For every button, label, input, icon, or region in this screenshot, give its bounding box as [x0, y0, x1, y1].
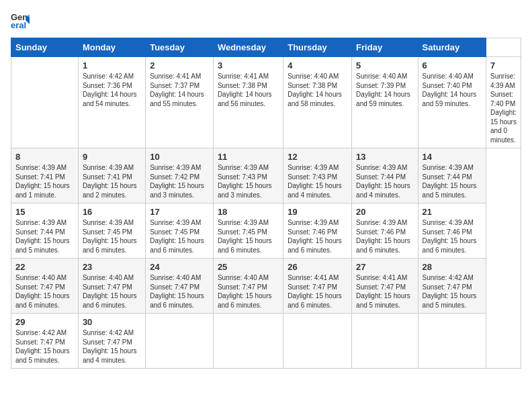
- calendar-week-row: 15Sunrise: 4:39 AM Sunset: 7:44 PM Dayli…: [11, 203, 521, 259]
- day-content: Sunrise: 4:39 AM Sunset: 7:43 PM Dayligh…: [218, 163, 279, 199]
- calendar-day-cell: 17Sunrise: 4:39 AM Sunset: 7:45 PM Dayli…: [146, 203, 214, 259]
- calendar-week-row: 22Sunrise: 4:40 AM Sunset: 7:47 PM Dayli…: [11, 259, 521, 314]
- calendar-day-cell: 18Sunrise: 4:39 AM Sunset: 7:45 PM Dayli…: [213, 203, 283, 259]
- calendar-header-tuesday: Tuesday: [146, 38, 214, 57]
- calendar-day-cell: 20Sunrise: 4:39 AM Sunset: 7:46 PM Dayli…: [352, 203, 418, 259]
- calendar-day-cell: 19Sunrise: 4:39 AM Sunset: 7:46 PM Dayli…: [283, 203, 352, 259]
- day-content: Sunrise: 4:42 AM Sunset: 7:47 PM Dayligh…: [423, 273, 482, 310]
- calendar-day-cell: 5Sunrise: 4:40 AM Sunset: 7:39 PM Daylig…: [352, 57, 418, 148]
- day-content: Sunrise: 4:42 AM Sunset: 7:36 PM Dayligh…: [83, 72, 141, 108]
- calendar-header-monday: Monday: [78, 38, 145, 57]
- empty-cell: [352, 314, 418, 369]
- day-content: Sunrise: 4:39 AM Sunset: 7:45 PM Dayligh…: [83, 218, 141, 255]
- day-content: Sunrise: 4:40 AM Sunset: 7:47 PM Dayligh…: [150, 273, 209, 310]
- calendar-day-cell: 11Sunrise: 4:39 AM Sunset: 7:43 PM Dayli…: [213, 148, 283, 203]
- day-number: 2: [150, 60, 209, 71]
- day-content: Sunrise: 4:39 AM Sunset: 7:42 PM Dayligh…: [150, 163, 209, 199]
- calendar-day-cell: 27Sunrise: 4:41 AM Sunset: 7:47 PM Dayli…: [352, 259, 418, 314]
- logo-icon: Gen eral: [11, 11, 30, 30]
- calendar-day-cell: 4Sunrise: 4:40 AM Sunset: 7:38 PM Daylig…: [283, 57, 352, 148]
- day-number: 23: [83, 262, 141, 272]
- day-content: Sunrise: 4:41 AM Sunset: 7:47 PM Dayligh…: [356, 273, 414, 310]
- day-number: 15: [15, 207, 74, 217]
- empty-cell: [283, 314, 352, 369]
- day-number: 8: [15, 152, 74, 162]
- calendar-day-cell: 15Sunrise: 4:39 AM Sunset: 7:44 PM Dayli…: [11, 203, 79, 259]
- empty-cell: [11, 57, 79, 148]
- calendar-day-cell: 30Sunrise: 4:42 AM Sunset: 7:47 PM Dayli…: [78, 314, 145, 369]
- day-content: Sunrise: 4:41 AM Sunset: 7:47 PM Dayligh…: [287, 273, 347, 310]
- calendar-table: SundayMondayTuesdayWednesdayThursdayFrid…: [11, 38, 521, 369]
- day-number: 27: [356, 262, 414, 272]
- day-content: Sunrise: 4:39 AM Sunset: 7:44 PM Dayligh…: [15, 218, 74, 255]
- day-number: 3: [218, 60, 279, 71]
- calendar-day-cell: 7Sunrise: 4:39 AM Sunset: 7:40 PM Daylig…: [486, 57, 521, 148]
- day-content: Sunrise: 4:40 AM Sunset: 7:38 PM Dayligh…: [287, 72, 347, 108]
- day-content: Sunrise: 4:39 AM Sunset: 7:41 PM Dayligh…: [15, 163, 74, 199]
- day-content: Sunrise: 4:42 AM Sunset: 7:47 PM Dayligh…: [83, 328, 141, 365]
- calendar-header-row: SundayMondayTuesdayWednesdayThursdayFrid…: [11, 38, 521, 57]
- day-number: 6: [423, 60, 482, 71]
- calendar-day-cell: 24Sunrise: 4:40 AM Sunset: 7:47 PM Dayli…: [146, 259, 214, 314]
- calendar-week-row: 1Sunrise: 4:42 AM Sunset: 7:36 PM Daylig…: [11, 57, 521, 148]
- calendar-day-cell: 16Sunrise: 4:39 AM Sunset: 7:45 PM Dayli…: [78, 203, 145, 259]
- empty-cell: [213, 314, 283, 369]
- day-number: 25: [218, 262, 279, 272]
- calendar-header-saturday: Saturday: [418, 38, 486, 57]
- day-number: 7: [490, 60, 517, 71]
- calendar-day-cell: 28Sunrise: 4:42 AM Sunset: 7:47 PM Dayli…: [418, 259, 486, 314]
- calendar-header-friday: Friday: [352, 38, 418, 57]
- day-number: 18: [218, 207, 279, 217]
- day-number: 14: [423, 152, 482, 162]
- day-number: 4: [287, 60, 347, 71]
- day-number: 20: [356, 207, 414, 217]
- calendar-week-row: 29Sunrise: 4:42 AM Sunset: 7:47 PM Dayli…: [11, 314, 521, 369]
- day-number: 13: [356, 152, 414, 162]
- day-number: 17: [150, 207, 209, 217]
- calendar-day-cell: 3Sunrise: 4:41 AM Sunset: 7:38 PM Daylig…: [213, 57, 283, 148]
- calendar-body: 1Sunrise: 4:42 AM Sunset: 7:36 PM Daylig…: [11, 57, 521, 369]
- day-content: Sunrise: 4:39 AM Sunset: 7:44 PM Dayligh…: [356, 163, 414, 199]
- day-number: 12: [287, 152, 347, 162]
- calendar-day-cell: 23Sunrise: 4:40 AM Sunset: 7:47 PM Dayli…: [78, 259, 145, 314]
- day-content: Sunrise: 4:40 AM Sunset: 7:47 PM Dayligh…: [218, 273, 279, 310]
- day-number: 9: [83, 152, 141, 162]
- calendar-header-sunday: Sunday: [11, 38, 79, 57]
- calendar-day-cell: 1Sunrise: 4:42 AM Sunset: 7:36 PM Daylig…: [78, 57, 145, 148]
- empty-cell: [418, 314, 486, 369]
- svg-text:eral: eral: [11, 20, 26, 30]
- day-number: 21: [423, 207, 482, 217]
- calendar-day-cell: 2Sunrise: 4:41 AM Sunset: 7:37 PM Daylig…: [146, 57, 214, 148]
- day-content: Sunrise: 4:39 AM Sunset: 7:41 PM Dayligh…: [83, 163, 141, 199]
- day-content: Sunrise: 4:40 AM Sunset: 7:40 PM Dayligh…: [423, 72, 482, 108]
- day-number: 5: [356, 60, 414, 71]
- day-number: 19: [287, 207, 347, 217]
- calendar-day-cell: 9Sunrise: 4:39 AM Sunset: 7:41 PM Daylig…: [78, 148, 145, 203]
- day-number: 26: [287, 262, 347, 272]
- day-number: 28: [423, 262, 482, 272]
- day-content: Sunrise: 4:41 AM Sunset: 7:38 PM Dayligh…: [218, 72, 279, 108]
- calendar-day-cell: 26Sunrise: 4:41 AM Sunset: 7:47 PM Dayli…: [283, 259, 352, 314]
- calendar-day-cell: 6Sunrise: 4:40 AM Sunset: 7:40 PM Daylig…: [418, 57, 486, 148]
- calendar-day-cell: 12Sunrise: 4:39 AM Sunset: 7:43 PM Dayli…: [283, 148, 352, 203]
- day-content: Sunrise: 4:39 AM Sunset: 7:43 PM Dayligh…: [287, 163, 347, 199]
- calendar-day-cell: 22Sunrise: 4:40 AM Sunset: 7:47 PM Dayli…: [11, 259, 79, 314]
- calendar-day-cell: 29Sunrise: 4:42 AM Sunset: 7:47 PM Dayli…: [11, 314, 79, 369]
- calendar-day-cell: 21Sunrise: 4:39 AM Sunset: 7:46 PM Dayli…: [418, 203, 486, 259]
- day-number: 29: [15, 317, 74, 327]
- calendar-day-cell: 14Sunrise: 4:39 AM Sunset: 7:44 PM Dayli…: [418, 148, 486, 203]
- day-number: 10: [150, 152, 209, 162]
- day-content: Sunrise: 4:39 AM Sunset: 7:46 PM Dayligh…: [356, 218, 414, 255]
- calendar-week-row: 8Sunrise: 4:39 AM Sunset: 7:41 PM Daylig…: [11, 148, 521, 203]
- day-number: 11: [218, 152, 279, 162]
- calendar-day-cell: 8Sunrise: 4:39 AM Sunset: 7:41 PM Daylig…: [11, 148, 79, 203]
- calendar-header-thursday: Thursday: [283, 38, 352, 57]
- day-content: Sunrise: 4:39 AM Sunset: 7:40 PM Dayligh…: [490, 72, 517, 144]
- day-content: Sunrise: 4:40 AM Sunset: 7:39 PM Dayligh…: [356, 72, 414, 108]
- day-number: 30: [83, 317, 141, 327]
- day-content: Sunrise: 4:39 AM Sunset: 7:46 PM Dayligh…: [287, 218, 347, 255]
- day-content: Sunrise: 4:42 AM Sunset: 7:47 PM Dayligh…: [15, 328, 74, 365]
- calendar-day-cell: 25Sunrise: 4:40 AM Sunset: 7:47 PM Dayli…: [213, 259, 283, 314]
- header: Gen eral: [11, 11, 521, 30]
- day-number: 22: [15, 262, 74, 272]
